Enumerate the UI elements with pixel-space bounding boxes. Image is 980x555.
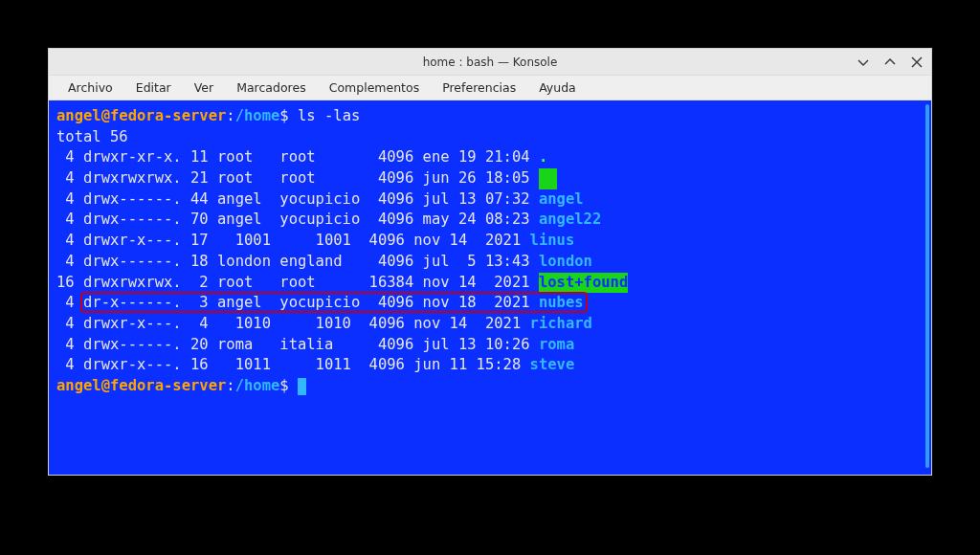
maximize-icon[interactable] bbox=[881, 54, 899, 71]
file-name: linus bbox=[530, 232, 575, 249]
terminal-line: 4 drwxr-x---. 16 1011 1011 4096 jun 11 1… bbox=[56, 355, 916, 376]
file-name: london bbox=[539, 253, 592, 270]
terminal-line: 4 drwx------. 70 angel yocupicio 4096 ma… bbox=[56, 210, 916, 231]
terminal-output[interactable]: angel@fedora-server:/home$ ls -lastotal … bbox=[49, 100, 924, 475]
terminal-line: 4 drwx------. 20 roma italia 4096 jul 13… bbox=[56, 335, 916, 356]
file-name: roma bbox=[539, 336, 574, 353]
terminal-line: 4 drwxr-xr-x. 11 root root 4096 ene 19 2… bbox=[56, 147, 916, 168]
file-name: richard bbox=[530, 315, 592, 332]
menu-complementos[interactable]: Complementos bbox=[318, 77, 432, 99]
terminal-line: total 56 bbox=[56, 127, 916, 148]
menu-ayuda[interactable]: Ayuda bbox=[527, 77, 588, 99]
titlebar[interactable]: home : bash — Konsole bbox=[49, 49, 931, 76]
file-name: angel22 bbox=[539, 211, 601, 228]
menu-marcadores[interactable]: Marcadores bbox=[225, 77, 318, 99]
cursor bbox=[298, 378, 306, 395]
menu-preferencias[interactable]: Preferencias bbox=[431, 77, 527, 99]
terminal-line: 16 drwxrwxrwx. 2 root root 16384 nov 14 … bbox=[56, 273, 916, 294]
terminal-line: angel@fedora-server:/home$ bbox=[56, 376, 916, 397]
menubar: Archivo Editar Ver Marcadores Complement… bbox=[49, 76, 931, 100]
file-name: steve bbox=[530, 356, 575, 373]
file-name: angel bbox=[539, 190, 584, 208]
window-title: home : bash — Konsole bbox=[423, 56, 558, 69]
terminal-line: 4 drwx------. 44 angel yocupicio 4096 ju… bbox=[56, 189, 916, 211]
file-name bbox=[539, 168, 557, 189]
menu-archivo[interactable]: Archivo bbox=[56, 77, 124, 99]
terminal-line: 4 drwxrwxrwx. 21 root root 4096 jun 26 1… bbox=[56, 168, 916, 189]
menu-ver[interactable]: Ver bbox=[183, 77, 225, 99]
terminal-line: angel@fedora-server:/home$ ls -las bbox=[56, 106, 916, 127]
file-name: nubes bbox=[539, 294, 584, 311]
terminal-line: 4 dr-x------. 3 angel yocupicio 4096 nov… bbox=[56, 293, 916, 314]
window-controls bbox=[855, 49, 925, 76]
terminal-line: 4 drwxr-x---. 4 1010 1010 4096 nov 14 20… bbox=[56, 314, 916, 335]
terminal-line: 4 drwx------. 18 london england 4096 jul… bbox=[56, 252, 916, 273]
close-icon[interactable] bbox=[908, 54, 925, 71]
file-name: lost+found bbox=[539, 273, 628, 294]
terminal-area: angel@fedora-server:/home$ ls -lastotal … bbox=[49, 100, 931, 475]
konsole-window: home : bash — Konsole Archivo Editar Ver… bbox=[48, 48, 932, 476]
scrollbar[interactable] bbox=[924, 100, 931, 475]
terminal-line: 4 drwxr-x---. 17 1001 1001 4096 nov 14 2… bbox=[56, 231, 916, 252]
file-name: . bbox=[539, 148, 547, 166]
menu-editar[interactable]: Editar bbox=[124, 77, 183, 99]
scroll-thumb[interactable] bbox=[925, 104, 929, 468]
minimize-icon[interactable] bbox=[855, 54, 872, 71]
